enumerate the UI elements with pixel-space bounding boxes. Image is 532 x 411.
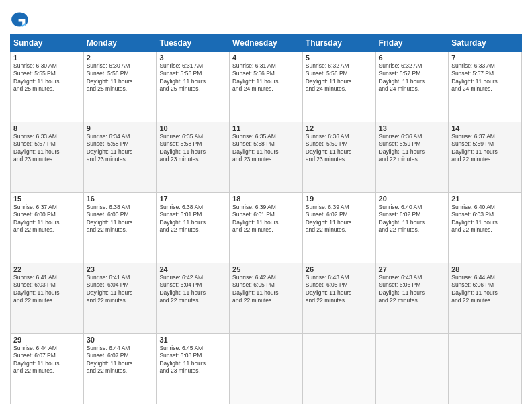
header	[10, 10, 522, 29]
calendar-row: 29Sunrise: 6:44 AMSunset: 6:07 PMDayligh…	[11, 334, 522, 404]
col-wednesday: Wednesday	[230, 35, 303, 52]
day-number: 11	[232, 124, 300, 132]
day-number: 21	[451, 195, 519, 203]
day-number: 14	[451, 124, 519, 132]
day-number: 12	[306, 124, 373, 132]
day-info: Sunrise: 6:44 AMSunset: 6:07 PMDaylight:…	[13, 345, 60, 374]
day-info: Sunrise: 6:39 AMSunset: 6:01 PMDaylight:…	[232, 203, 279, 233]
table-row: 21Sunrise: 6:40 AMSunset: 6:03 PMDayligh…	[449, 193, 522, 263]
table-row: 6Sunrise: 6:32 AMSunset: 5:57 PMDaylight…	[375, 52, 449, 122]
day-info: Sunrise: 6:30 AMSunset: 5:55 PMDaylight:…	[13, 62, 60, 92]
day-number: 4	[232, 54, 300, 62]
table-row: 25Sunrise: 6:42 AMSunset: 6:05 PMDayligh…	[230, 263, 303, 334]
day-info: Sunrise: 6:31 AMSunset: 5:56 PMDaylight:…	[232, 62, 279, 92]
table-row	[449, 334, 522, 404]
day-number: 28	[451, 265, 519, 273]
day-info: Sunrise: 6:42 AMSunset: 6:04 PMDaylight:…	[159, 274, 206, 304]
day-info: Sunrise: 6:41 AMSunset: 6:04 PMDaylight:…	[87, 274, 133, 304]
day-info: Sunrise: 6:35 AMSunset: 5:58 PMDaylight:…	[232, 133, 279, 163]
day-number: 2	[87, 54, 154, 62]
logo	[10, 10, 32, 29]
col-friday: Friday	[375, 35, 449, 52]
table-row: 9Sunrise: 6:34 AMSunset: 5:58 PMDaylight…	[83, 122, 157, 193]
day-number: 17	[159, 195, 226, 203]
day-info: Sunrise: 6:37 AMSunset: 6:00 PMDaylight:…	[13, 203, 60, 233]
day-number: 26	[306, 265, 373, 273]
day-info: Sunrise: 6:40 AMSunset: 6:03 PMDaylight:…	[451, 203, 498, 233]
table-row: 3Sunrise: 6:31 AMSunset: 5:56 PMDaylight…	[157, 52, 230, 122]
table-row: 22Sunrise: 6:41 AMSunset: 6:03 PMDayligh…	[11, 263, 84, 334]
day-info: Sunrise: 6:44 AMSunset: 6:07 PMDaylight:…	[87, 345, 133, 374]
day-info: Sunrise: 6:38 AMSunset: 6:00 PMDaylight:…	[87, 203, 133, 233]
day-info: Sunrise: 6:37 AMSunset: 5:59 PMDaylight:…	[451, 133, 498, 163]
day-number: 8	[13, 124, 81, 132]
table-row: 2Sunrise: 6:30 AMSunset: 5:56 PMDaylight…	[83, 52, 157, 122]
day-number: 31	[159, 336, 226, 344]
table-row: 31Sunrise: 6:45 AMSunset: 6:08 PMDayligh…	[157, 334, 230, 404]
day-number: 24	[159, 265, 226, 273]
col-monday: Monday	[83, 35, 157, 52]
day-number: 27	[379, 265, 446, 273]
table-row: 27Sunrise: 6:43 AMSunset: 6:06 PMDayligh…	[375, 263, 449, 334]
table-row: 30Sunrise: 6:44 AMSunset: 6:07 PMDayligh…	[83, 334, 157, 404]
table-row: 29Sunrise: 6:44 AMSunset: 6:07 PMDayligh…	[11, 334, 84, 404]
day-number: 20	[379, 195, 446, 203]
day-info: Sunrise: 6:41 AMSunset: 6:03 PMDaylight:…	[13, 274, 60, 304]
day-number: 25	[232, 265, 300, 273]
day-number: 29	[13, 336, 81, 344]
table-row: 8Sunrise: 6:33 AMSunset: 5:57 PMDaylight…	[11, 122, 84, 193]
table-row: 4Sunrise: 6:31 AMSunset: 5:56 PMDaylight…	[230, 52, 303, 122]
table-row: 26Sunrise: 6:43 AMSunset: 6:05 PMDayligh…	[302, 263, 375, 334]
table-row: 1Sunrise: 6:30 AMSunset: 5:55 PMDaylight…	[11, 52, 84, 122]
table-row: 17Sunrise: 6:38 AMSunset: 6:01 PMDayligh…	[157, 193, 230, 263]
day-info: Sunrise: 6:40 AMSunset: 6:02 PMDaylight:…	[379, 203, 425, 233]
table-row: 12Sunrise: 6:36 AMSunset: 5:59 PMDayligh…	[302, 122, 375, 193]
table-row: 28Sunrise: 6:44 AMSunset: 6:06 PMDayligh…	[449, 263, 522, 334]
table-row: 7Sunrise: 6:33 AMSunset: 5:57 PMDaylight…	[449, 52, 522, 122]
table-row: 23Sunrise: 6:41 AMSunset: 6:04 PMDayligh…	[83, 263, 157, 334]
day-info: Sunrise: 6:35 AMSunset: 5:58 PMDaylight:…	[159, 133, 206, 163]
day-info: Sunrise: 6:34 AMSunset: 5:58 PMDaylight:…	[87, 133, 133, 163]
day-number: 30	[87, 336, 154, 344]
day-info: Sunrise: 6:43 AMSunset: 6:06 PMDaylight:…	[379, 274, 425, 304]
calendar: Sunday Monday Tuesday Wednesday Thursday…	[10, 34, 522, 404]
day-info: Sunrise: 6:32 AMSunset: 5:56 PMDaylight:…	[306, 62, 352, 92]
table-row: 10Sunrise: 6:35 AMSunset: 5:58 PMDayligh…	[157, 122, 230, 193]
table-row: 19Sunrise: 6:39 AMSunset: 6:02 PMDayligh…	[302, 193, 375, 263]
table-row: 14Sunrise: 6:37 AMSunset: 5:59 PMDayligh…	[449, 122, 522, 193]
col-saturday: Saturday	[449, 35, 522, 52]
day-number: 19	[306, 195, 373, 203]
day-number: 18	[232, 195, 300, 203]
table-row: 15Sunrise: 6:37 AMSunset: 6:00 PMDayligh…	[11, 193, 84, 263]
day-number: 15	[13, 195, 81, 203]
table-row	[230, 334, 303, 404]
table-row	[375, 334, 449, 404]
calendar-row: 1Sunrise: 6:30 AMSunset: 5:55 PMDaylight…	[11, 52, 522, 122]
table-row	[302, 334, 375, 404]
day-info: Sunrise: 6:39 AMSunset: 6:02 PMDaylight:…	[306, 203, 352, 233]
day-info: Sunrise: 6:31 AMSunset: 5:56 PMDaylight:…	[159, 62, 206, 92]
table-row: 13Sunrise: 6:36 AMSunset: 5:59 PMDayligh…	[375, 122, 449, 193]
day-info: Sunrise: 6:42 AMSunset: 6:05 PMDaylight:…	[232, 274, 279, 304]
logo-icon	[10, 10, 29, 29]
day-info: Sunrise: 6:33 AMSunset: 5:57 PMDaylight:…	[451, 62, 498, 92]
table-row: 5Sunrise: 6:32 AMSunset: 5:56 PMDaylight…	[302, 52, 375, 122]
day-info: Sunrise: 6:45 AMSunset: 6:08 PMDaylight:…	[159, 345, 206, 374]
day-number: 16	[87, 195, 154, 203]
col-thursday: Thursday	[302, 35, 375, 52]
day-number: 22	[13, 265, 81, 273]
col-sunday: Sunday	[11, 35, 84, 52]
page-container: Sunday Monday Tuesday Wednesday Thursday…	[0, 0, 532, 411]
calendar-row: 22Sunrise: 6:41 AMSunset: 6:03 PMDayligh…	[11, 263, 522, 334]
table-row: 16Sunrise: 6:38 AMSunset: 6:00 PMDayligh…	[83, 193, 157, 263]
col-tuesday: Tuesday	[157, 35, 230, 52]
day-number: 6	[379, 54, 446, 62]
day-info: Sunrise: 6:44 AMSunset: 6:06 PMDaylight:…	[451, 274, 498, 304]
day-number: 7	[451, 54, 519, 62]
calendar-header-row: Sunday Monday Tuesday Wednesday Thursday…	[11, 35, 522, 52]
table-row: 11Sunrise: 6:35 AMSunset: 5:58 PMDayligh…	[230, 122, 303, 193]
table-row: 24Sunrise: 6:42 AMSunset: 6:04 PMDayligh…	[157, 263, 230, 334]
calendar-table: Sunday Monday Tuesday Wednesday Thursday…	[10, 34, 522, 404]
day-number: 13	[379, 124, 446, 132]
day-info: Sunrise: 6:43 AMSunset: 6:05 PMDaylight:…	[306, 274, 352, 304]
